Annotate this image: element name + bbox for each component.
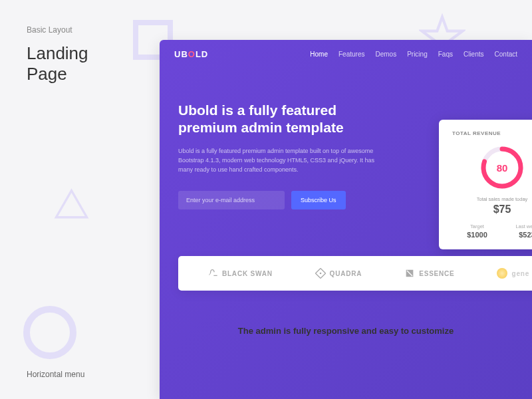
nav-faqs[interactable]: Faqs xyxy=(438,51,453,58)
subscribe-button[interactable]: Subscribe Us xyxy=(291,191,346,209)
revenue-amount: $75 xyxy=(452,203,532,215)
client-gene: gene xyxy=(497,268,529,279)
client-quadra: QUADRA xyxy=(315,268,362,279)
target-value: $1000 xyxy=(452,231,502,239)
clients-bar: BLACK SWAN QUADRA ESSENCE gene xyxy=(178,256,532,291)
landing-preview: UBOLD Home Features Demos Pricing Faqs C… xyxy=(160,40,532,399)
lastweek-label: Last week xyxy=(502,223,532,229)
top-nav: UBOLD Home Features Demos Pricing Faqs C… xyxy=(160,40,532,68)
revenue-card-title: TOTAL REVENUE xyxy=(452,130,532,136)
layout-variant-label: Horizontal menu xyxy=(27,370,84,379)
email-input[interactable] xyxy=(178,191,285,209)
logo-post: LD xyxy=(196,49,208,59)
quadra-icon xyxy=(315,268,326,279)
logo-accent: O xyxy=(188,49,196,59)
revenue-card: TOTAL REVENUE 80 Total sales made today … xyxy=(439,120,532,249)
hero-description: Ubold is a fully featured premium admin … xyxy=(178,146,378,175)
client-essence: ESSENCE xyxy=(404,268,454,279)
client-label: ESSENCE xyxy=(419,270,454,277)
nav-features[interactable]: Features xyxy=(338,51,364,58)
brand-logo[interactable]: UBOLD xyxy=(174,49,208,59)
bg-shape-triangle xyxy=(53,186,90,225)
category-label: Basic Layout xyxy=(27,25,72,35)
nav-home[interactable]: Home xyxy=(310,51,328,58)
revenue-lastweek-col: Last week $523 xyxy=(502,223,532,239)
target-label: Target xyxy=(452,223,502,229)
logo-pre: UB xyxy=(174,49,188,59)
svg-marker-1 xyxy=(56,191,86,217)
nav-demos[interactable]: Demos xyxy=(375,51,396,58)
client-label: BLACK SWAN xyxy=(222,270,273,277)
swan-icon xyxy=(207,268,218,279)
tagline: The admin is fully responsive and easy t… xyxy=(160,326,532,337)
gene-icon xyxy=(497,268,507,279)
client-label: gene xyxy=(511,270,529,277)
client-label: QUADRA xyxy=(330,270,362,277)
revenue-ring-value: 80 xyxy=(497,162,508,174)
nav-pricing[interactable]: Pricing xyxy=(407,51,428,58)
revenue-subtitle: Total sales made today xyxy=(452,196,532,202)
nav-clients[interactable]: Clients xyxy=(464,51,484,58)
nav-links: Home Features Demos Pricing Faqs Clients… xyxy=(310,51,517,58)
bg-shape-circle xyxy=(23,306,76,359)
hero-title: Ubold is a fully featured premium admin … xyxy=(178,102,364,137)
revenue-ring-chart: 80 xyxy=(479,144,525,191)
svg-point-6 xyxy=(319,273,321,275)
lastweek-value: $523 xyxy=(502,231,532,239)
client-blackswan: BLACK SWAN xyxy=(207,268,273,279)
revenue-target-col: Target $1000 xyxy=(452,223,502,239)
nav-contact[interactable]: Contact xyxy=(495,51,517,58)
page-title: Landing Page xyxy=(27,43,88,84)
essence-icon xyxy=(404,268,415,279)
